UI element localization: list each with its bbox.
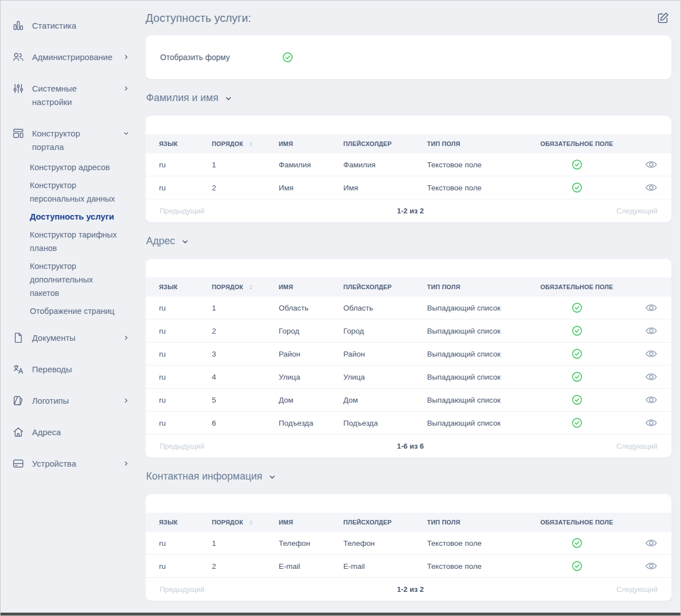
view-button[interactable]: [644, 181, 658, 194]
page-header: Доступность услуги:: [146, 10, 671, 26]
cell-name: Район: [279, 350, 343, 358]
sidebar-item-documents[interactable]: Документы: [12, 331, 130, 345]
sidebar-item-portal-constructor[interactable]: Конструктор портала: [12, 127, 130, 154]
sidebar-subitem-address-constructor[interactable]: Конструктор адресов: [30, 161, 120, 174]
view-button[interactable]: [644, 347, 658, 361]
required-check-icon: [571, 560, 583, 572]
sidebar-item-statistics[interactable]: Статистика: [12, 19, 130, 33]
eye-icon: [644, 559, 658, 573]
sidebar: Статистика Администрирование Системные н…: [1, 1, 135, 614]
toggle-label: Отобразить форму: [160, 53, 230, 62]
section-table-card: ЯЗЫКПОРЯДОКИМЯПЛЕЙСХОЛДЕРТИП ПОЛЯОБЯЗАТЕ…: [146, 259, 671, 458]
pagination-next[interactable]: Следующий: [616, 207, 657, 215]
eye-icon: [644, 324, 658, 337]
layout-icon: [12, 127, 25, 140]
table-header-row: ЯЗЫКПОРЯДОКИМЯПЛЕЙСХОЛДЕРТИП ПОЛЯОБЯЗАТЕ…: [146, 277, 671, 296]
pagination-previous[interactable]: Предыдущий: [160, 442, 205, 450]
cell-lang: ru: [159, 419, 212, 427]
sliders-icon: [12, 82, 25, 95]
eye-icon: [644, 536, 658, 550]
page-title: Доступность услуги:: [146, 12, 251, 25]
column-header: ИМЯ: [279, 519, 343, 526]
view-button[interactable]: [644, 393, 658, 407]
sidebar-item-system-settings[interactable]: Системные настройки: [12, 82, 130, 109]
view-button[interactable]: [644, 301, 658, 314]
cell-field-type: Выпадающий список: [427, 373, 536, 381]
section-title[interactable]: Контактная информация: [146, 469, 671, 483]
cell-field-type: Выпадающий список: [427, 304, 536, 312]
cell-lang: ru: [159, 562, 212, 571]
chevron-right-icon: [122, 53, 130, 61]
table-row: ru 1 Телефон Телефон Текстовое поле: [146, 532, 671, 555]
users-icon: [12, 51, 25, 64]
chevron-down-icon: [224, 93, 233, 103]
section-table-card: ЯЗЫКПОРЯДОКИМЯПЛЕЙСХОЛДЕРТИП ПОЛЯОБЯЗАТЕ…: [146, 116, 671, 222]
cell-field-type: Выпадающий список: [427, 396, 536, 404]
chevron-right-icon: [122, 334, 130, 341]
cell-name: Фамилия: [279, 161, 343, 169]
sidebar-subitem-personal-data-constructor[interactable]: Конструктор персональных данных: [30, 179, 120, 206]
column-header[interactable]: ПОРЯДОК: [212, 284, 279, 291]
cell-field-type: Текстовое поле: [427, 161, 536, 169]
devices-icon: [12, 457, 25, 471]
cell-placeholder: Телефон: [343, 539, 427, 547]
cell-order: 1: [212, 304, 279, 312]
cell-placeholder: Имя: [343, 184, 427, 192]
view-button[interactable]: [644, 158, 658, 171]
document-icon: [12, 331, 25, 345]
bar-chart-icon: [12, 19, 25, 33]
cell-name: Улица: [279, 373, 343, 381]
column-header: ЯЗЫК: [159, 140, 212, 147]
pagination-previous[interactable]: Предыдущий: [160, 585, 205, 594]
section-title[interactable]: Адрес: [146, 234, 671, 248]
view-button[interactable]: [644, 416, 658, 430]
pagination-next[interactable]: Следующий: [616, 442, 657, 450]
view-button[interactable]: [644, 559, 658, 573]
pagination: Предыдущий 1-2 из 2 Следующий: [146, 199, 671, 222]
cell-field-type: Текстовое поле: [427, 184, 536, 192]
pagination-info: 1-6 из 6: [205, 442, 616, 450]
sort-icon[interactable]: [247, 519, 255, 526]
column-header: ТИП ПОЛЯ: [427, 140, 536, 147]
pagination-next[interactable]: Следующий: [616, 585, 657, 594]
sort-icon[interactable]: [247, 284, 255, 291]
pagination: Предыдущий 1-2 из 2 Следующий: [146, 578, 671, 601]
sidebar-item-addresses[interactable]: Адреса: [12, 426, 130, 439]
section-contact-info: Контактная информация ЯЗЫКПОРЯДОКИМЯПЛЕЙ…: [146, 469, 671, 601]
cell-lang: ru: [159, 396, 212, 404]
sort-icon[interactable]: [247, 140, 255, 148]
required-check-icon: [571, 537, 583, 549]
section-title[interactable]: Фамилия и имя: [146, 90, 671, 105]
sidebar-subitem-extra-packages-constructor[interactable]: Конструктор дополнительных пакетов: [30, 259, 120, 300]
cell-name: E-mail: [279, 562, 343, 571]
column-header[interactable]: ПОРЯДОК: [212, 519, 279, 526]
cell-order: 3: [212, 350, 279, 358]
required-check-icon: [571, 417, 583, 429]
edit-button[interactable]: [656, 10, 671, 26]
sidebar-item-logos[interactable]: Логотипы: [12, 394, 130, 408]
column-header[interactable]: ПОРЯДОК: [212, 140, 279, 148]
table-row: ru 1 Фамилия Фамилия Текстовое поле: [146, 153, 671, 176]
sidebar-item-devices[interactable]: Устройства: [12, 457, 130, 471]
pagination-previous[interactable]: Предыдущий: [160, 207, 205, 215]
cell-field-type: Текстовое поле: [427, 539, 536, 547]
cell-order: 6: [212, 419, 279, 427]
eye-icon: [644, 301, 658, 314]
table-header-row: ЯЗЫКПОРЯДОКИМЯПЛЕЙСХОЛДЕРТИП ПОЛЯОБЯЗАТЕ…: [146, 513, 671, 532]
check-circle-icon[interactable]: [282, 51, 294, 63]
cell-order: 2: [212, 184, 279, 192]
required-check-icon: [571, 181, 583, 194]
cell-placeholder: E-mail: [343, 562, 427, 571]
chevron-right-icon: [122, 85, 130, 92]
sidebar-subitem-tariff-plans-constructor[interactable]: Конструктор тарифных планов: [30, 228, 120, 255]
logos-icon: [12, 394, 25, 408]
sidebar-item-translations[interactable]: Переводы: [12, 363, 130, 376]
edit-pencil-icon: [656, 11, 671, 25]
sidebar-subitem-service-availability[interactable]: Доступность услуги: [30, 210, 120, 223]
view-button[interactable]: [644, 324, 658, 337]
pagination-info: 1-2 из 2: [205, 207, 616, 215]
sidebar-subitem-pages-display[interactable]: Отображение страниц: [30, 304, 120, 318]
view-button[interactable]: [644, 536, 658, 550]
sidebar-item-administration[interactable]: Администрирование: [12, 51, 130, 64]
view-button[interactable]: [644, 370, 658, 384]
